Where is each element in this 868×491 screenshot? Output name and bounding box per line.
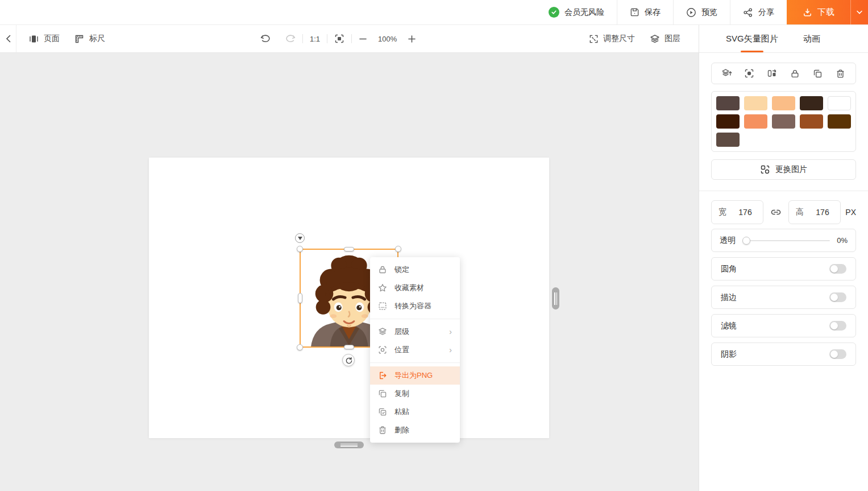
width-value[interactable]: 176 [734,208,756,217]
color-swatch[interactable] [744,96,767,110]
resize-handle-ne[interactable] [395,246,401,252]
page-resize-handle-right[interactable] [552,287,559,310]
delete-button[interactable] [833,66,848,81]
ruler-button[interactable]: 标尺 [74,34,105,44]
lock-button[interactable] [788,66,803,81]
copy-button[interactable] [811,66,825,81]
color-swatch[interactable] [772,96,795,110]
rotate-handle[interactable] [342,354,355,366]
check-circle-icon [549,7,559,18]
menu-item-label: 粘贴 [394,407,409,417]
preview-button[interactable]: 预览 [674,0,730,24]
menu-item-paste[interactable]: 粘贴 [370,403,460,421]
actual-size-button[interactable]: 1:1 [310,35,320,43]
artboard-page[interactable] [149,158,549,438]
panel-tabs: SVG矢量图片 动画 [699,25,868,53]
toggle-knob [830,294,838,301]
replace-image-button[interactable]: 更换图片 [711,159,856,180]
back-button[interactable] [0,25,16,52]
stroke-row: 描边 [711,286,856,309]
height-value[interactable]: 176 [812,208,833,217]
toggle-knob [830,350,838,358]
menu-item-export-png[interactable]: 导出为PNG [370,366,460,385]
resize-handle-s[interactable] [344,345,354,349]
undo-button[interactable] [260,34,271,43]
slider-knob[interactable] [742,237,750,245]
resize-handle-n[interactable] [344,247,354,251]
color-swatch[interactable] [828,96,851,110]
save-label: 保存 [645,7,661,18]
toggle-knob [830,265,838,273]
chevron-right-icon: › [449,328,452,336]
color-swatch[interactable] [800,96,823,110]
stroke-toggle[interactable] [829,292,846,302]
canvas-area[interactable]: 锁定 收藏素材 转换为容器 层级 › 位置 › [0,53,699,491]
resize-canvas-button[interactable]: 调整尺寸 [589,34,635,44]
copy-icon [813,69,823,79]
aspect-lock-button[interactable] [763,208,788,216]
triangle-down-icon [298,237,302,240]
tab-label: SVG矢量图片 [726,34,778,44]
width-field[interactable]: 宽 176 [711,200,763,224]
color-swatch[interactable] [716,114,740,129]
color-swatch[interactable] [772,114,795,129]
chevron-left-icon [6,35,11,43]
menu-item-delete[interactable]: 删除 [370,421,460,439]
divider [302,34,303,43]
height-field[interactable]: 高 176 [788,200,841,224]
member-status-label: 会员无风险 [564,7,604,18]
layers-icon [650,34,660,44]
tab-animation[interactable]: 动画 [803,25,820,52]
menu-item-copy[interactable]: 复制 [370,385,460,403]
menu-item-label: 转换为容器 [394,301,431,311]
zoom-out-button[interactable] [359,35,367,43]
menu-item-favorite[interactable]: 收藏素材 [370,279,460,297]
resize-handle-nw[interactable] [297,246,303,252]
flip-button[interactable] [765,66,779,81]
menu-item-position[interactable]: 位置 › [370,341,460,359]
context-menu: 锁定 收藏素材 转换为容器 层级 › 位置 › [370,257,460,443]
share-label: 分享 [758,7,774,18]
zoom-in-button[interactable] [408,35,416,43]
ruler-icon [74,34,85,44]
corner-radius-label: 圆角 [721,264,737,274]
star-icon [378,283,387,292]
tab-svg-vector-image[interactable]: SVG矢量图片 [726,25,778,52]
layers-button[interactable]: 图层 [650,34,680,44]
size-controls: 宽 176 高 176 PX [711,200,856,224]
download-options-button[interactable] [850,0,868,24]
resize-handle-sw[interactable] [297,344,303,350]
redo-button[interactable] [285,34,296,43]
member-status[interactable]: 会员无风险 [536,0,617,24]
download-button[interactable]: 下载 [787,0,850,24]
color-swatch[interactable] [828,114,851,129]
properties-panel: SVG矢量图片 动画 [699,25,868,491]
page-resize-handle-bottom[interactable] [334,442,364,448]
filter-toggle[interactable] [829,321,846,331]
share-button[interactable]: 分享 [730,0,787,24]
color-swatch[interactable] [800,114,823,129]
color-swatch[interactable] [716,96,740,110]
trash-icon [836,69,845,79]
save-button[interactable]: 保存 [617,0,673,24]
stroke-label: 描边 [721,292,737,303]
menu-item-label: 层级 [394,327,409,337]
opacity-slider[interactable] [742,237,830,245]
layer-order-button[interactable] [719,66,734,81]
menu-item-convert-container[interactable]: 转换为容器 [370,297,460,315]
resize-handle-w[interactable] [298,293,302,303]
resize-label: 调整尺寸 [603,34,635,44]
ruler-label: 标尺 [89,34,105,44]
fit-screen-button[interactable] [334,34,344,44]
menu-item-lock[interactable]: 锁定 [370,261,460,279]
color-swatch[interactable] [716,133,740,147]
flip-icon [767,68,777,79]
selection-menu-button[interactable] [295,233,305,243]
menu-item-label: 导出为PNG [394,370,433,381]
color-swatch[interactable] [744,114,767,129]
smart-select-button[interactable] [742,66,757,81]
corner-radius-toggle[interactable] [829,264,846,274]
menu-item-layer-order[interactable]: 层级 › [370,323,460,341]
shadow-toggle[interactable] [829,349,846,359]
pages-button[interactable]: 页面 [28,34,60,44]
